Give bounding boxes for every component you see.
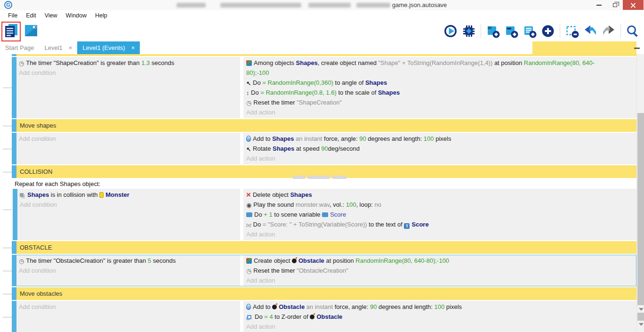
vertical-scrollbar[interactable] (636, 54, 644, 332)
add-condition[interactable]: Add condition (20, 200, 240, 210)
action-line[interactable]: Play the sound monster.wav, vol.: 100, l… (246, 200, 636, 210)
event-row[interactable]: Add conditionAdd to Shapes an instant fo… (12, 133, 636, 164)
text-segment: an instant (294, 135, 322, 142)
action-line[interactable]: Among objects Shapes, create object name… (246, 58, 636, 78)
text-segment: 90 (370, 303, 377, 310)
text-segment: is in collision with (49, 191, 99, 198)
monster-icon (99, 192, 104, 198)
remove-event-button[interactable] (564, 23, 580, 39)
debug-button[interactable] (460, 23, 477, 39)
text-segment: Do (253, 79, 262, 86)
menu-help[interactable]: Help (91, 12, 112, 19)
event-handle[interactable] (12, 119, 16, 132)
add-subevent-button[interactable] (503, 23, 520, 39)
text-segment: Among objects (254, 59, 296, 66)
scrollbar-thumb[interactable] (637, 113, 644, 305)
add-action[interactable]: Add action (246, 275, 636, 285)
play-button[interactable] (442, 23, 459, 39)
action-line[interactable]: Delete object Shapes (246, 190, 636, 200)
restore-button[interactable] (607, 0, 623, 10)
action-line[interactable]: Do = RandomInRange(0.8, 1.6) to the scal… (246, 88, 636, 97)
event-handle[interactable] (12, 255, 16, 286)
create-icon (246, 60, 252, 66)
condition-line[interactable]: The timer "ShapeCreation" is greater tha… (19, 58, 240, 68)
comment-overlay (532, 41, 636, 54)
comment-row[interactable]: Move shapes (12, 119, 636, 132)
comment-row-partial[interactable] (12, 54, 636, 56)
event-handle[interactable] (13, 189, 17, 240)
event-handle[interactable] (12, 165, 16, 178)
text-segment: to Z-order of (273, 313, 310, 320)
add-condition[interactable]: Add condition (19, 134, 240, 144)
tab-close-icon[interactable]: × (69, 44, 72, 51)
event-row[interactable]: The timer "ObstacleCreation" is greater … (12, 255, 636, 286)
scroll-down-icon[interactable] (639, 323, 644, 326)
scrollbar-thumb[interactable] (637, 313, 644, 321)
foreach-event-row[interactable]: Repeat for each Shapes object:Shapes is … (12, 179, 636, 240)
add-action[interactable]: Add action (246, 107, 636, 117)
add-event-button[interactable] (484, 23, 501, 39)
tab-level1-events[interactable]: Level1 (Events) × (77, 41, 140, 54)
menu-view[interactable]: View (40, 12, 62, 19)
comment-row[interactable]: OBSTACLE (12, 241, 636, 254)
event-row[interactable]: The timer "ShapeCreation" is greater tha… (12, 57, 636, 118)
scale-icon (246, 90, 249, 96)
event-handle[interactable] (12, 287, 16, 300)
add-other-event-button[interactable] (539, 23, 556, 39)
add-condition[interactable]: Add condition (19, 68, 240, 78)
text-segment: Obstacle (298, 257, 324, 264)
action-line[interactable]: Reset the timer "ShapeCreation" (246, 97, 636, 107)
tab-start-page[interactable]: Start Page (0, 41, 39, 54)
search-button[interactable] (624, 23, 641, 39)
actions-column: Add to Shapes an instant force, angle: 9… (243, 133, 636, 164)
annotation-highlight (1, 22, 21, 41)
action-line[interactable]: Do = 4 to Z-order of Obstacle (246, 312, 636, 322)
foreach-header[interactable]: Repeat for each Shapes object: (12, 179, 636, 189)
event-handle[interactable] (12, 54, 16, 56)
start-page-button[interactable] (23, 23, 40, 39)
action-line[interactable]: Do = "Score: " + ToString(Variable(Score… (246, 219, 636, 229)
comment-row[interactable]: Move obstacles (12, 287, 636, 300)
menu-window[interactable]: Window (62, 12, 91, 19)
event-row[interactable]: Add conditionAdd to Obstacle an instant … (12, 301, 636, 332)
menu-file[interactable]: File (4, 12, 22, 19)
action-line[interactable]: Do = RandomInRange(0,360) to angle of Sh… (246, 78, 636, 88)
condition-line[interactable]: Shapes is in collision with Monster (20, 190, 240, 200)
add-comment-button[interactable] (521, 23, 538, 39)
close-button[interactable] (623, 0, 644, 10)
text-segment: , loop: (356, 201, 374, 208)
text-segment: , create object named (318, 59, 378, 66)
redo-button[interactable] (600, 23, 617, 39)
tab-label: Level1 (Events) (82, 44, 125, 51)
action-line[interactable]: Add to Shapes an instant force, angle: 9… (246, 134, 636, 144)
tab-level1[interactable]: Level1 × (39, 41, 77, 54)
add-action[interactable]: Add action (246, 154, 636, 163)
add-action[interactable]: Add action (246, 322, 636, 332)
add-condition[interactable]: Add condition (19, 302, 240, 312)
action-line[interactable]: Reset the timer "ObstacleCreation" (246, 266, 636, 275)
action-line[interactable]: Create object Obstacle at position Rando… (246, 256, 636, 266)
condition-line[interactable]: The timer "ObstacleCreation" is greater … (19, 256, 240, 266)
action-line[interactable]: Add to Obstacle an instant force, angle:… (246, 302, 636, 312)
event-handle[interactable] (12, 133, 16, 164)
action-line[interactable]: Rotate Shapes at speed 90deg/second (246, 144, 636, 154)
splitter-handle[interactable] (634, 48, 640, 49)
text-segment: 100 (346, 201, 356, 208)
undo-button[interactable] (582, 23, 599, 39)
add-action[interactable]: Add action (246, 229, 636, 239)
action-line[interactable]: Do + 1 to scene variable Score (246, 210, 636, 219)
scroll-down-icon[interactable] (639, 308, 644, 311)
close-icon (630, 2, 636, 8)
event-handle[interactable] (12, 57, 16, 118)
text-segment: The timer "ShapeCreation" is greater tha… (26, 59, 141, 66)
add-condition[interactable]: Add condition (19, 266, 240, 275)
menu-edit[interactable]: Edit (22, 12, 40, 19)
event-handle[interactable] (12, 301, 16, 332)
ghost-artifact (308, 176, 330, 179)
text-segment: Obstacle (279, 303, 305, 310)
event-handle[interactable] (12, 241, 16, 254)
tab-close-icon[interactable]: × (131, 44, 135, 51)
fold-tick (3, 149, 12, 149)
text-segment: + 1 (264, 211, 272, 218)
minimize-button[interactable] (591, 0, 607, 10)
